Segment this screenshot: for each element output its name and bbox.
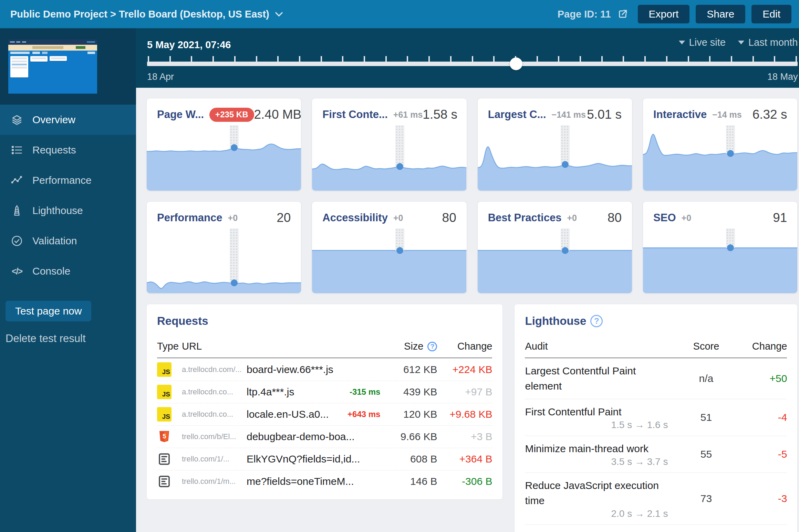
timeline-track[interactable] — [147, 62, 798, 66]
list-icon — [10, 144, 23, 156]
topbar: Public Demo Project > Trello Board (Desk… — [0, 0, 799, 28]
audit-row[interactable]: Remove duplicate modules in JavaScript b… — [525, 524, 787, 532]
test-page-now-button[interactable]: Test page now — [6, 301, 91, 321]
card-title: Page W... — [157, 108, 204, 121]
card-page-weight[interactable]: Page W... +235 KB 2.40 MB — [146, 98, 301, 191]
topbar-actions: Page ID: 11 Export Share Edit — [558, 5, 791, 23]
layers-icon — [10, 114, 23, 126]
delete-test-result-link[interactable]: Delete test result — [6, 332, 136, 345]
thumbnail-boardbar — [8, 51, 97, 55]
audit-row[interactable]: Reduce JavaScript execution time 2.0 s →… — [525, 472, 787, 524]
external-link-icon[interactable] — [617, 9, 628, 20]
audit-times: 2.0 s → 2.1 s — [525, 508, 680, 519]
check-circle-icon — [10, 235, 23, 247]
request-row[interactable]: JS a.trellocdn.com/... board-view.66***.… — [157, 358, 492, 381]
request-change: +97 B — [437, 386, 492, 398]
request-row[interactable]: 5 trello.com/b/El... debugbear-demo-boa.… — [157, 425, 492, 448]
request-file: board-view.66***.js — [247, 364, 380, 375]
timeline-slider[interactable] — [147, 55, 798, 66]
request-change: +9.68 KB — [437, 408, 492, 420]
request-domain: trello.com/1/m... — [182, 477, 247, 486]
lighthouse-table-header: Audit Score Change — [525, 341, 787, 358]
timeline-knob[interactable] — [510, 57, 522, 70]
lighthouse-heading: Lighthouse — [525, 315, 586, 328]
request-file: me?fields=oneTimeM... — [247, 476, 380, 487]
dropdown-triangle-icon — [738, 41, 744, 44]
audit-name: Minimize main-thread work — [525, 441, 656, 456]
sidebar: Overview Requests Performance Lighthouse — [0, 28, 136, 532]
request-domain: trello.com/1/... — [182, 455, 247, 464]
audit-row[interactable]: Largest Contentful Paint element n/a +50 — [525, 358, 787, 399]
sidebar-item-requests[interactable]: Requests — [0, 135, 136, 165]
card-performance-score[interactable]: Performance +0 20 — [146, 201, 301, 294]
col-type: Type — [157, 341, 182, 352]
audit-change: -3 — [732, 493, 787, 504]
request-timing: -315 ms — [329, 387, 380, 397]
selected-date-label: 5 May 2021, 07:46 — [147, 39, 231, 51]
card-title: Best Practices — [488, 212, 562, 224]
lighthouse-help-icon[interactable]: ? — [590, 315, 603, 327]
breadcrumb[interactable]: Public Demo Project > Trello Board (Desk… — [10, 9, 283, 20]
live-site-dropdown[interactable]: Live site — [679, 37, 726, 48]
request-row[interactable]: JS a.trellocdn.co... ltp.4a***.js -315 m… — [157, 381, 492, 403]
thumbnail-list-1 — [10, 56, 28, 77]
request-row[interactable]: trello.com/1/... ElkYGVnQ?fields=id,id..… — [157, 448, 492, 470]
sidebar-item-performance[interactable]: Performance — [0, 165, 136, 195]
card-value: 1.58 s — [423, 107, 457, 122]
svg-text:5: 5 — [163, 433, 166, 440]
timeline-panel: 5 May 2021, 07:46 Live site Last month — [136, 28, 799, 88]
sidebar-item-lighthouse[interactable]: Lighthouse — [0, 195, 136, 226]
javascript-icon: JS — [157, 362, 172, 377]
request-row[interactable]: JS a.trellocdn.co... locale.en-US.a0... … — [157, 403, 492, 425]
score-cards-row: Performance +0 20 Accessibility +0 80 — [146, 201, 798, 294]
card-seo-score[interactable]: SEO +0 91 — [643, 201, 798, 294]
card-value: 2.40 MB — [254, 107, 302, 122]
request-size: 612 KB — [380, 364, 437, 375]
document-icon — [157, 474, 182, 489]
card-title: Interactive — [653, 108, 707, 121]
page-screenshot-thumbnail — [8, 40, 97, 94]
sidebar-item-overview[interactable]: Overview — [0, 105, 136, 135]
audit-row[interactable]: First Contentful Paint 1.5 s → 1.6 s 51 … — [525, 399, 787, 436]
request-change: -306 B — [437, 476, 492, 487]
request-file: locale.en-US.a0... — [247, 408, 329, 420]
sidebar-item-console[interactable]: </> Console — [0, 256, 136, 286]
request-size: 608 B — [380, 453, 437, 465]
dashboard: Page W... +235 KB 2.40 MB First Conte...… — [136, 88, 799, 532]
audit-name: Largest Contentful Paint element — [525, 363, 680, 394]
card-value: 20 — [277, 211, 291, 225]
edit-button[interactable]: Edit — [751, 5, 791, 23]
request-domain: a.trellocdn.com/... — [182, 365, 247, 374]
request-domain: trello.com/b/El... — [182, 432, 247, 441]
sparkline-chart — [312, 125, 466, 191]
selected-date-band — [726, 125, 735, 153]
audit-score: 55 — [680, 448, 732, 460]
share-button[interactable]: Share — [696, 5, 745, 23]
thumbnail-banner — [8, 45, 97, 51]
selected-point-dot — [562, 161, 569, 168]
col-size: Size? — [380, 341, 437, 352]
date-range-dropdown[interactable]: Last month — [738, 37, 798, 48]
card-interactive[interactable]: Interactive −14 ms 6.32 s — [643, 98, 798, 191]
thumbnail-list-2 — [30, 56, 48, 62]
request-row[interactable]: trello.com/1/m... me?fields=oneTimeM... … — [157, 470, 492, 492]
card-accessibility-score[interactable]: Accessibility +0 80 — [312, 201, 467, 294]
sidebar-item-validation[interactable]: Validation — [0, 226, 136, 256]
audit-row[interactable]: Minimize main-thread work 3.5 s → 3.7 s … — [525, 436, 787, 472]
thumbnail-navbar — [8, 40, 97, 45]
code-icon: </> — [10, 266, 23, 276]
card-value: 91 — [773, 211, 787, 225]
dropdown-triangle-icon — [679, 41, 685, 44]
sparkline-chart — [147, 228, 301, 293]
request-file: ElkYGVnQ?fields=id,id... — [247, 453, 380, 465]
card-title: SEO — [653, 212, 676, 224]
card-value: 80 — [442, 211, 456, 225]
card-best-practices-score[interactable]: Best Practices +0 80 — [477, 201, 632, 294]
card-first-contentful-paint[interactable]: First Conte... +61 ms 1.58 s — [312, 98, 467, 191]
export-button[interactable]: Export — [638, 5, 690, 23]
card-largest-contentful-paint[interactable]: Largest C... −141 ms 5.01 s — [477, 98, 632, 191]
size-help-icon[interactable]: ? — [427, 342, 437, 351]
audit-name: Remove duplicate modules in JavaScript b… — [525, 530, 680, 532]
col-change: Change — [437, 341, 492, 352]
sidebar-item-label: Lighthouse — [32, 205, 83, 216]
